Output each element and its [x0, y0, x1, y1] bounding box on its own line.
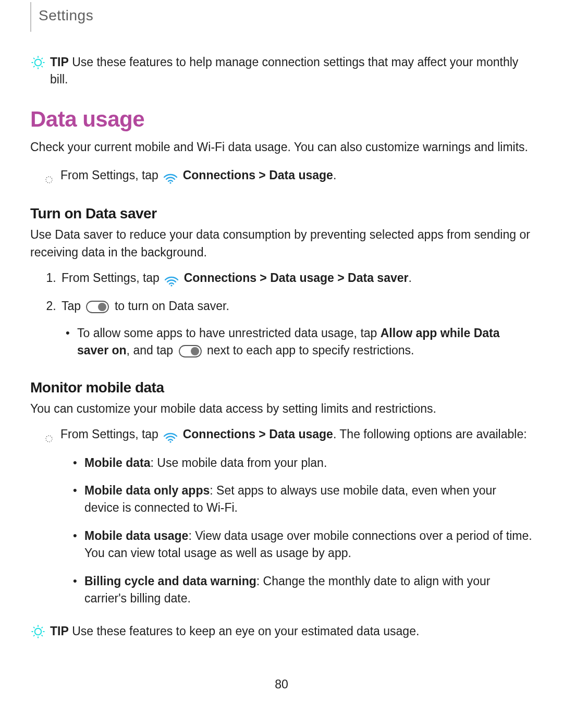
svg-line-23	[33, 627, 34, 628]
monitor-nav-step: From Settings, tap Connections > Data us…	[45, 426, 533, 618]
tip-body: Use these features to help manage connec…	[50, 55, 518, 86]
nav-step-text: From Settings, tap Connections > Data us…	[60, 167, 533, 188]
tip-body: Use these features to keep an eye on you…	[69, 624, 420, 638]
data-saver-lead: Use Data saver to reduce your data consu…	[30, 226, 533, 261]
nav-step: From Settings, tap Connections > Data us…	[45, 167, 533, 189]
tip-text: TIP Use these features to keep an eye on…	[50, 623, 533, 640]
sub-a-suffix: next to each app to specify restrictions…	[207, 343, 414, 357]
svg-point-10	[170, 182, 172, 183]
tip-block: TIP Use these features to help manage co…	[30, 54, 533, 89]
svg-point-11	[171, 285, 173, 287]
wifi-icon	[164, 275, 179, 292]
option-item: Mobile data: Use mobile data from your p…	[73, 454, 533, 472]
step-item: Tap to turn on Data saver. To allow some…	[59, 298, 533, 362]
sub-a-mid: , and tap	[127, 343, 177, 357]
svg-line-6	[42, 66, 43, 67]
tip-label: TIP	[50, 624, 69, 638]
breadcrumb-bar: Settings	[30, 0, 533, 32]
svg-line-26	[42, 627, 43, 628]
monitor-lead: You can customize your mobile data acces…	[30, 400, 533, 417]
page-number: 80	[30, 676, 533, 693]
svg-point-0	[35, 59, 42, 66]
option-label: Mobile data only apps	[84, 484, 210, 497]
option-label: Mobile data usage	[84, 529, 188, 542]
monitor-nav-prefix: From Settings, tap	[60, 427, 162, 441]
dotted-circle-icon	[45, 430, 53, 448]
svg-point-9	[46, 177, 52, 183]
step2-suffix: to turn on Data saver.	[115, 299, 229, 313]
subheading-monitor: Monitor mobile data	[30, 377, 533, 399]
option-item: Billing cycle and data warning: Change t…	[73, 573, 533, 608]
svg-point-15	[191, 347, 199, 355]
step1-bold: Connections > Data usage > Data saver	[184, 271, 409, 285]
lightbulb-icon	[30, 55, 46, 75]
dotted-circle-icon	[45, 171, 53, 189]
step2-prefix: Tap	[62, 299, 84, 313]
lightbulb-icon	[30, 624, 46, 644]
tip-text: TIP Use these features to help manage co…	[50, 54, 533, 89]
toggle-icon	[86, 301, 109, 318]
nav-bold: Connections > Data usage	[183, 168, 333, 182]
svg-line-5	[33, 58, 34, 59]
wifi-icon	[163, 172, 178, 189]
option-text: : Use mobile data from your plan.	[151, 456, 327, 470]
step1-prefix: From Settings, tap	[62, 271, 163, 285]
tip-block: TIP Use these features to keep an eye on…	[30, 623, 533, 644]
section-lead: Check your current mobile and Wi-Fi data…	[30, 139, 533, 156]
nav-prefix: From Settings, tap	[60, 168, 162, 182]
svg-line-24	[42, 635, 43, 636]
wifi-icon	[163, 431, 178, 448]
subheading-data-saver: Turn on Data saver	[30, 203, 533, 225]
option-item: Mobile data only apps: Set apps to alway…	[73, 482, 533, 517]
monitor-nav-text: From Settings, tap Connections > Data us…	[60, 426, 533, 618]
tip-label: TIP	[50, 55, 69, 69]
breadcrumb: Settings	[30, 2, 101, 32]
option-item: Mobile data usage: View data usage over …	[73, 527, 533, 562]
option-label: Billing cycle and data warning	[84, 574, 256, 588]
sub-a-prefix: To allow some apps to have unrestricted …	[77, 326, 381, 340]
svg-point-16	[46, 436, 52, 442]
svg-point-17	[170, 441, 172, 443]
section-title: Data usage	[30, 104, 533, 135]
sub-bullet-item: To allow some apps to have unrestricted …	[66, 325, 533, 363]
svg-line-8	[42, 58, 43, 59]
monitor-nav-bold: Connections > Data usage	[183, 427, 333, 441]
data-saver-steps: From Settings, tap Connections > Data us…	[45, 269, 533, 362]
monitor-nav-suffix: . The following options are available:	[333, 427, 527, 441]
step1-suffix: .	[408, 271, 411, 285]
nav-suffix: .	[333, 168, 336, 182]
svg-line-25	[33, 635, 34, 636]
svg-point-13	[98, 303, 106, 311]
monitor-options: Mobile data: Use mobile data from your p…	[73, 454, 533, 607]
svg-line-7	[33, 66, 34, 67]
option-label: Mobile data	[84, 456, 151, 470]
toggle-icon	[179, 345, 202, 362]
step-item: From Settings, tap Connections > Data us…	[59, 269, 533, 290]
data-saver-subbullets: To allow some apps to have unrestricted …	[66, 325, 533, 363]
svg-point-18	[35, 628, 42, 635]
